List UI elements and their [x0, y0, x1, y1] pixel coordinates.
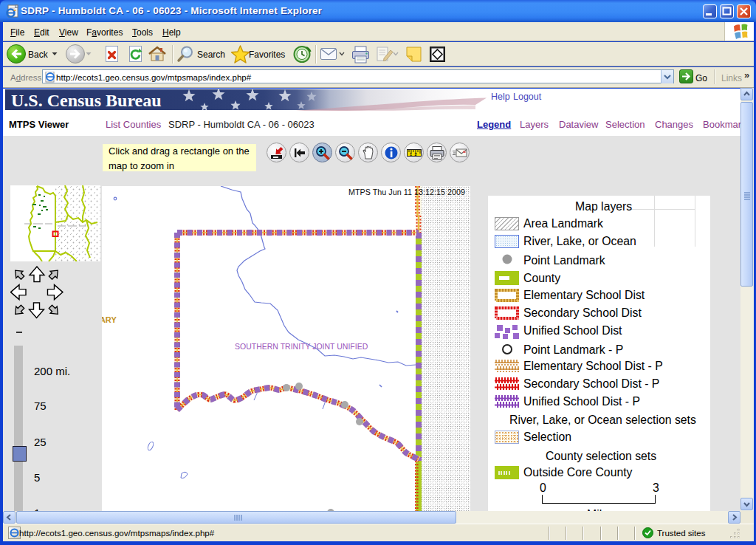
svg-text:U.S. Census Bureau: U.S. Census Bureau [11, 91, 162, 110]
svg-text:2: 2 [415, 152, 417, 157]
svg-text:MTPS Thu Jun 11 13:12:15 2009: MTPS Thu Jun 11 13:12:15 2009 [348, 188, 465, 196]
svg-text:TARY: TARY [102, 315, 117, 324]
svg-text:SOUTHERN TRINITY JOINT UNIFIED: SOUTHERN TRINITY JOINT UNIFIED [235, 342, 368, 351]
svg-text:1: 1 [410, 152, 412, 157]
